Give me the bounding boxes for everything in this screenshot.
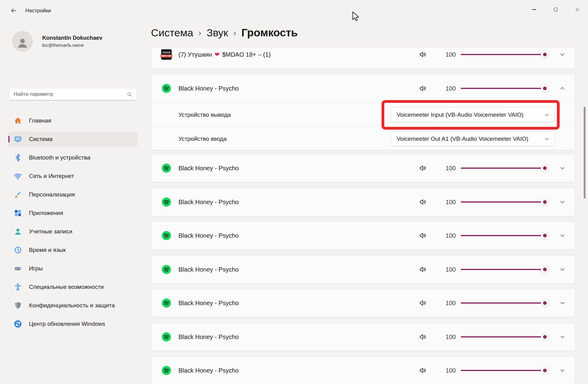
mixer-row[interactable]: Black Honey - Psycho 100 xyxy=(151,221,575,250)
search-icon xyxy=(127,91,133,97)
chevron-down-icon[interactable] xyxy=(557,197,568,207)
mixer-row[interactable]: Black Honey - Psycho 100 xyxy=(151,255,575,284)
volume-value: 100 xyxy=(442,165,456,172)
chevron-down-icon xyxy=(544,112,550,118)
output-device-label: Устройство вывода xyxy=(178,111,231,118)
volume-mute-button[interactable] xyxy=(418,332,427,342)
network-icon xyxy=(14,172,22,180)
mixer-row[interactable]: Black Honey - Psycho 100 xyxy=(151,289,575,317)
volume-slider[interactable] xyxy=(461,231,549,240)
app-title: (7) Утушкин ❤ $MDAO 18+ – (1) xyxy=(178,51,271,58)
spotify-icon xyxy=(161,230,172,241)
chevron-down-icon[interactable] xyxy=(557,298,568,308)
sidebar-item-update[interactable]: Центр обновления Windows xyxy=(8,316,138,332)
sidebar-item-apps[interactable]: Приложения xyxy=(8,205,138,221)
minimize-button[interactable] xyxy=(523,0,545,19)
sidebar-item-games[interactable]: Игры xyxy=(8,261,138,276)
maximize-button[interactable] xyxy=(545,0,566,19)
chevron-down-icon[interactable] xyxy=(557,365,568,376)
games-icon xyxy=(14,264,22,273)
volume-slider[interactable] xyxy=(461,265,549,274)
home-icon xyxy=(14,116,22,125)
page-title: Громкость xyxy=(241,26,298,39)
slider-thumb[interactable] xyxy=(541,299,549,307)
mixer-row[interactable]: Black Honey - Psycho 100 xyxy=(151,154,575,182)
mixer-row-expanded[interactable]: Black Honey - Psycho 100 xyxy=(151,74,575,103)
app-title: Black Honey - Psycho xyxy=(178,333,239,341)
breadcrumb-separator: › xyxy=(233,28,236,38)
mixer-row-voicemeeter[interactable]: VOICE MEETER (7) Утушкин ❤ $MDAO 18+ – (… xyxy=(151,48,575,69)
titlebar: Настройки xyxy=(0,0,588,21)
person-icon xyxy=(16,36,29,49)
app-title: Black Honey - Psycho xyxy=(178,85,239,92)
volume-mute-button[interactable] xyxy=(418,366,427,375)
chevron-down-icon[interactable] xyxy=(557,332,568,342)
slider-thumb[interactable] xyxy=(541,198,549,206)
mixer-row[interactable]: Black Honey - Psycho 100 xyxy=(151,188,575,216)
slider-thumb[interactable] xyxy=(541,85,549,92)
sidebar-item-bluetooth[interactable]: Bluetooth и устройства xyxy=(8,150,138,165)
volume-slider[interactable] xyxy=(461,298,549,308)
volume-mute-button[interactable] xyxy=(418,265,427,274)
sidebar-item-system[interactable]: Система xyxy=(8,131,138,147)
accessibility-icon xyxy=(14,283,22,291)
breadcrumb-sound[interactable]: Звук xyxy=(206,27,228,39)
sidebar-item-personalization[interactable]: Персонализация xyxy=(8,187,138,202)
chevron-down-icon[interactable] xyxy=(557,264,568,275)
slider-thumb[interactable] xyxy=(541,232,549,239)
chevron-down-icon[interactable] xyxy=(557,163,568,173)
sidebar: Konstantin Dokuchaev biz@themarfa.name Г… xyxy=(0,21,147,384)
mixer-row[interactable]: Black Honey - Psycho 100 xyxy=(151,323,575,351)
volume-mute-button[interactable] xyxy=(418,231,427,240)
volume-mute-button[interactable] xyxy=(418,298,427,308)
scrollbar-thumb[interactable] xyxy=(584,107,586,199)
sidebar-item-label: Центр обновления Windows xyxy=(29,321,105,327)
spotify-icon xyxy=(161,365,172,376)
back-button[interactable] xyxy=(7,5,20,16)
volume-mute-button[interactable] xyxy=(418,197,427,207)
spotify-icon xyxy=(161,332,172,342)
spotify-icon xyxy=(161,298,172,308)
sidebar-item-home[interactable]: Главная xyxy=(8,113,138,128)
app-title: Black Honey - Psycho xyxy=(178,266,239,273)
slider-thumb[interactable] xyxy=(541,266,549,273)
volume-slider[interactable] xyxy=(461,197,549,207)
sidebar-item-accessibility[interactable]: Специальные возможности xyxy=(8,279,138,295)
volume-mute-button[interactable] xyxy=(418,50,427,59)
sidebar-item-time[interactable]: Время и язык xyxy=(8,242,138,258)
sidebar-item-label: Bluetooth и устройства xyxy=(29,154,90,161)
volume-slider[interactable] xyxy=(461,332,549,342)
chevron-down-icon[interactable] xyxy=(557,230,568,241)
avatar xyxy=(12,31,33,52)
breadcrumb-system[interactable]: Система xyxy=(151,27,193,39)
volume-slider[interactable] xyxy=(461,366,549,375)
volume-slider[interactable] xyxy=(461,84,549,93)
volume-value: 100 xyxy=(442,232,456,239)
volume-slider[interactable] xyxy=(461,50,549,59)
close-button[interactable] xyxy=(566,0,588,19)
sidebar-item-privacy[interactable]: Конфиденциальность и защита xyxy=(8,298,138,313)
maximize-icon xyxy=(554,8,557,11)
chevron-down-icon[interactable] xyxy=(557,49,568,60)
volume-mute-button[interactable] xyxy=(418,84,427,93)
system-icon xyxy=(14,135,22,143)
volume-mute-button[interactable] xyxy=(418,164,427,173)
slider-thumb[interactable] xyxy=(541,51,549,58)
sidebar-item-network[interactable]: Сеть и Интернет xyxy=(8,168,138,184)
search-input[interactable] xyxy=(9,91,127,97)
slider-thumb[interactable] xyxy=(541,367,549,374)
sidebar-nav: Главная Система Bluetooth и устройства С… xyxy=(8,113,138,332)
volume-slider[interactable] xyxy=(461,164,549,173)
output-device-dropdown[interactable]: Voicemeeter Input (VB-Audio Voicemeeter … xyxy=(391,107,554,122)
app-title: Black Honey - Psycho xyxy=(178,300,239,307)
mixer-row[interactable]: Black Honey - Psycho 100 xyxy=(151,356,575,384)
sidebar-item-accounts[interactable]: Учетные записи xyxy=(8,224,138,239)
settings-search xyxy=(9,88,137,100)
slider-thumb[interactable] xyxy=(541,164,549,172)
slider-thumb[interactable] xyxy=(541,333,549,341)
input-device-dropdown[interactable]: Voicemeeter Out A1 (VB-Audio Voicemeeter… xyxy=(391,131,554,146)
user-profile[interactable]: Konstantin Dokuchaev biz@themarfa.name xyxy=(12,31,102,52)
chevron-up-icon[interactable] xyxy=(557,83,568,94)
speaker-icon xyxy=(419,366,427,374)
voicemeeter-icon: VOICE MEETER xyxy=(161,49,172,60)
